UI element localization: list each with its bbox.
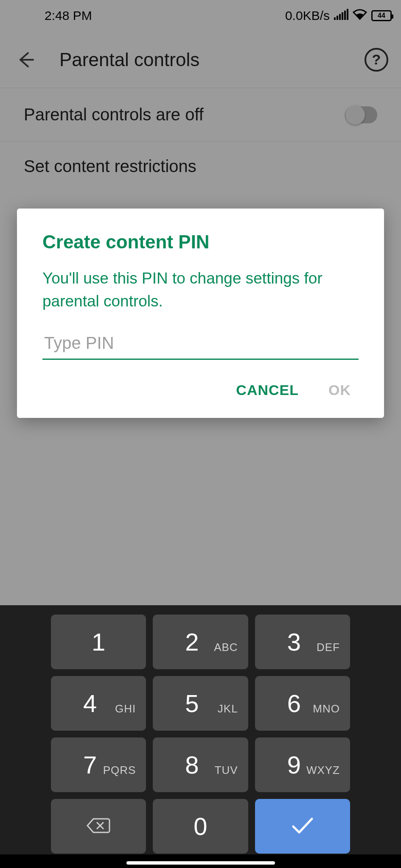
key-backspace[interactable]	[51, 799, 146, 854]
key-7[interactable]: 7PQRS	[51, 737, 146, 792]
key-5[interactable]: 5JKL	[153, 676, 248, 731]
backspace-icon	[87, 817, 110, 836]
key-3[interactable]: 3DEF	[255, 615, 350, 669]
ok-button[interactable]: OK	[328, 382, 351, 398]
key-0[interactable]: 0	[153, 799, 248, 854]
key-9[interactable]: 9WXYZ	[255, 737, 350, 792]
key-enter[interactable]	[255, 799, 350, 854]
dialog-body: You'll use this PIN to change settings f…	[42, 267, 359, 312]
pin-input[interactable]	[42, 331, 359, 360]
screen: 2:48 PM 0.0KB/s 44 Parental controls ? P…	[0, 0, 401, 868]
key-2[interactable]: 2ABC	[153, 615, 248, 669]
key-1[interactable]: 1	[51, 615, 146, 669]
key-8[interactable]: 8TUV	[153, 737, 248, 792]
cancel-button[interactable]: CANCEL	[236, 382, 299, 398]
key-4[interactable]: 4GHI	[51, 676, 146, 731]
checkmark-icon	[291, 816, 314, 837]
dialog-title: Create content PIN	[42, 231, 359, 253]
numeric-keyboard: 1 2ABC 3DEF 4GHI 5JKL 6MNO 7PQRS 8TUV 9W…	[0, 605, 401, 868]
create-pin-dialog: Create content PIN You'll use this PIN t…	[17, 209, 384, 418]
home-indicator[interactable]	[126, 861, 275, 865]
nav-bar	[0, 854, 401, 868]
key-6[interactable]: 6MNO	[255, 676, 350, 731]
dialog-actions: CANCEL OK	[42, 360, 359, 405]
